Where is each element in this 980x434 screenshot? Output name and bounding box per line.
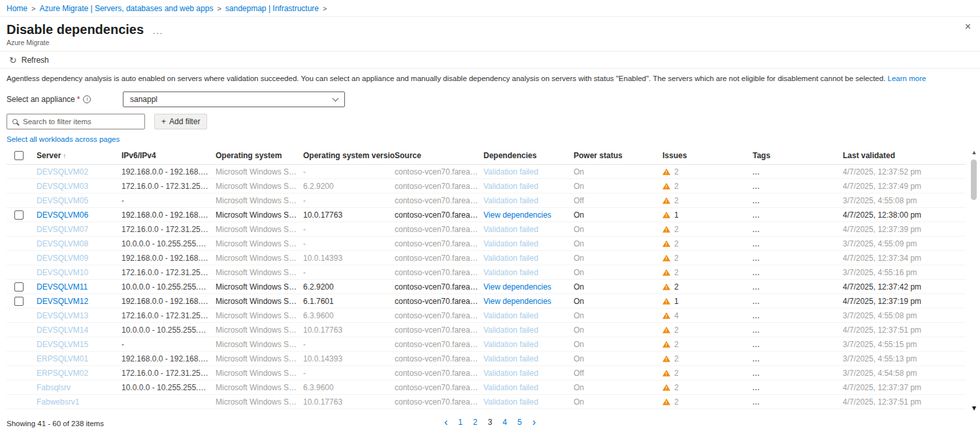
issue-count[interactable]: 2 (674, 326, 679, 335)
tags-more-button[interactable]: ... (753, 399, 760, 406)
row-checkbox[interactable] (14, 210, 24, 220)
server-link[interactable]: ERPSQLVM02 (37, 369, 88, 378)
tags-more-button[interactable]: ... (753, 370, 760, 377)
tags-more-button[interactable]: ... (753, 255, 760, 262)
server-link[interactable]: DEVSQLVM12 (37, 297, 88, 306)
dependencies-link[interactable]: Validation failed (483, 326, 538, 335)
server-link[interactable]: DEVSQLVM13 (37, 311, 88, 320)
row-checkbox[interactable] (14, 282, 24, 292)
issue-count[interactable]: 2 (674, 182, 679, 191)
issue-count[interactable]: 2 (674, 397, 679, 407)
previous-page-icon[interactable]: ‹ (444, 418, 448, 427)
server-link[interactable]: DEVSQLVM06 (37, 210, 88, 220)
scroll-up-icon[interactable]: ▲ (970, 149, 979, 156)
dependencies-link[interactable]: Validation failed (483, 340, 538, 349)
column-header-power-status[interactable]: Power status (574, 147, 662, 165)
server-link[interactable]: DEVSQLVM14 (37, 326, 88, 335)
pagination-page-4[interactable]: 4 (502, 418, 507, 427)
breadcrumb-link[interactable]: Home (7, 4, 27, 13)
select-all-checkbox[interactable] (14, 151, 24, 160)
tags-more-button[interactable]: ... (753, 212, 760, 219)
tags-more-button[interactable]: ... (753, 183, 760, 190)
issue-count[interactable]: 4 (674, 311, 679, 320)
tags-more-button[interactable]: ... (753, 356, 760, 363)
tags-more-button[interactable]: ... (753, 241, 760, 248)
column-header-ipv6-ipv4[interactable]: IPv6/IPv4 (122, 147, 216, 165)
dependencies-link[interactable]: View dependencies (483, 210, 551, 220)
tags-more-button[interactable]: ... (753, 284, 760, 291)
search-input[interactable] (23, 118, 139, 125)
tags-more-button[interactable]: ... (753, 327, 760, 334)
dependencies-link[interactable]: Validation failed (483, 167, 538, 176)
column-header-last-validated[interactable]: Last validated (843, 147, 966, 165)
dependencies-link[interactable]: Validation failed (483, 182, 538, 191)
tags-more-button[interactable]: ... (753, 169, 760, 176)
learn-more-link[interactable]: Learn more (888, 75, 926, 82)
close-icon[interactable]: × (965, 22, 971, 32)
info-icon[interactable] (83, 95, 91, 103)
breadcrumb-link[interactable]: sandepmap | Infrastructure (225, 4, 319, 13)
server-link[interactable]: DEVSQLVM02 (37, 167, 88, 176)
tags-more-button[interactable]: ... (753, 298, 760, 305)
column-header-source[interactable]: Source (395, 147, 483, 165)
server-link[interactable]: DEVSQLVM05 (37, 196, 88, 205)
server-link[interactable]: DEVSQLVM10 (37, 268, 88, 277)
dependencies-link[interactable]: Validation failed (483, 239, 538, 248)
tags-more-button[interactable]: ... (753, 384, 760, 392)
server-link[interactable]: DEVSQLVM03 (37, 182, 88, 191)
dependencies-link[interactable]: Validation failed (483, 268, 538, 277)
issue-count[interactable]: 2 (674, 254, 679, 263)
server-link[interactable]: DEVSQLVM09 (37, 254, 88, 263)
more-options-button[interactable]: ... (153, 27, 163, 36)
tags-more-button[interactable]: ... (753, 341, 760, 348)
dependencies-link[interactable]: Validation failed (483, 369, 538, 378)
pagination-page-3[interactable]: 3 (488, 418, 493, 427)
dependencies-link[interactable]: Validation failed (483, 354, 538, 363)
dependencies-link[interactable]: Validation failed (483, 397, 538, 407)
server-link[interactable]: Fabsqlsrv (37, 383, 71, 392)
server-link[interactable]: Fabwebsrv1 (37, 397, 79, 407)
issue-count[interactable]: 2 (674, 239, 679, 248)
server-link[interactable]: ERPSQLVM01 (37, 354, 88, 363)
issue-count[interactable]: 1 (674, 297, 679, 306)
pagination-page-2[interactable]: 2 (473, 418, 478, 427)
pagination-page-5[interactable]: 5 (517, 418, 522, 427)
server-link[interactable]: DEVSQLVM15 (37, 340, 88, 349)
column-header-operating-system[interactable]: Operating system (216, 147, 303, 165)
refresh-button[interactable]: ↻ Refresh (9, 56, 49, 65)
add-filter-button[interactable]: + Add filter (154, 114, 207, 129)
breadcrumb-link[interactable]: Azure Migrate | Servers, databases and w… (39, 4, 213, 13)
issue-count[interactable]: 2 (674, 225, 679, 234)
issue-count[interactable]: 2 (674, 282, 679, 292)
appliance-select[interactable]: sanappl (123, 92, 345, 107)
dependencies-link[interactable]: Validation failed (483, 225, 538, 234)
tags-more-button[interactable]: ... (753, 269, 760, 276)
issue-count[interactable]: 2 (674, 268, 679, 277)
issue-count[interactable]: 1 (674, 210, 679, 220)
column-header-issues[interactable]: Issues (662, 147, 753, 165)
issue-count[interactable]: 2 (674, 354, 679, 363)
dependencies-link[interactable]: View dependencies (483, 297, 551, 306)
dependencies-link[interactable]: Validation failed (483, 254, 538, 263)
tags-more-button[interactable]: ... (753, 226, 760, 233)
tags-more-button[interactable]: ... (753, 312, 760, 320)
scrollbar-thumb[interactable] (971, 159, 977, 200)
scroll-down-icon[interactable]: ▼ (970, 404, 979, 412)
issue-count[interactable]: 2 (674, 340, 679, 349)
column-header-dependencies[interactable]: Dependencies (483, 147, 574, 165)
server-link[interactable]: DEVSQLVM08 (37, 239, 88, 248)
dependencies-link[interactable]: Validation failed (483, 383, 538, 392)
issue-count[interactable]: 2 (674, 369, 679, 378)
next-page-icon[interactable]: › (532, 418, 536, 427)
select-all-workloads-link[interactable]: Select all workloads across pages (7, 135, 120, 143)
pagination-page-1[interactable]: 1 (458, 418, 463, 427)
column-header-server[interactable]: Server ↑ (37, 147, 122, 165)
column-header-tags[interactable]: Tags (753, 147, 843, 165)
column-header-operating-system-version[interactable]: Operating system version (303, 147, 395, 165)
dependencies-link[interactable]: Validation failed (483, 196, 538, 205)
tags-more-button[interactable]: ... (753, 197, 760, 205)
server-link[interactable]: DEVSQLVM07 (37, 225, 88, 234)
dependencies-link[interactable]: Validation failed (483, 311, 538, 320)
server-link[interactable]: DEVSQLVM11 (37, 282, 88, 292)
issue-count[interactable]: 2 (674, 196, 679, 205)
